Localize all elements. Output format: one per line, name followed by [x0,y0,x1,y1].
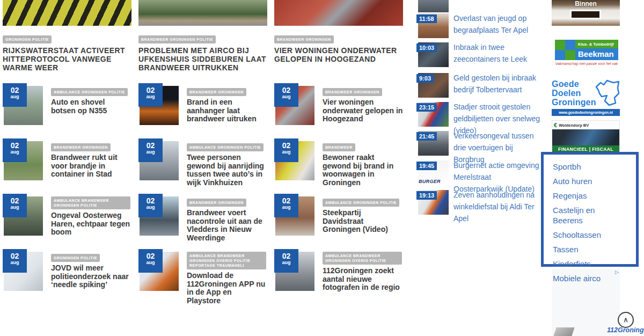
date-badge: 02 aug [3,249,27,273]
article-title[interactable]: Auto en shovel botsen op N355 [51,98,131,115]
timeline-item[interactable]: voor filevorming [418,0,540,12]
date-day: 02 [3,197,27,204]
article-card[interactable]: 02 aug AMBULANCE GRONINGEN POLITIE Steek… [274,195,403,237]
article-card[interactable]: 02 aug BRANDWEER GRONINGEN Brandweer voe… [138,195,267,237]
article-thumbnail[interactable]: 19:13 [418,190,449,215]
promo-link[interactable]: Sportbh [553,162,616,172]
date-badge: 02 aug [274,138,298,162]
article-title[interactable]: Vier woningen onderwater gelopen in Hoog… [274,46,403,63]
article-title[interactable]: Geld gestolen bij inbraak bedrijf Tolber… [453,72,540,98]
article-title[interactable]: Overlast van jeugd op begraafplaats Ter … [453,12,540,38]
date-badge: 02 aug [138,194,163,217]
category-tag: AMBULANCE GRONINGEN POLITIE [51,88,128,96]
date-month: aug [3,260,27,266]
article-card[interactable]: 02 aug BRANDWEER GRONINGEN Brandweer ruk… [3,140,131,182]
featured-article[interactable]: BRANDWEER GRONINGEN Vier woningen onderw… [274,0,403,72]
article-card[interactable]: 02 aug AMBULANCE GRONINGEN POLITIE Twee … [138,140,267,182]
article-title[interactable]: Ongeval Oosterweg Haren, echtpaar tegen … [51,211,131,237]
article-card[interactable]: 02 aug AMBULANCE BRANDWEER GRONINGEN OVE… [138,251,267,293]
time-badge: 23:15 [416,103,437,112]
date-month: aug [138,149,163,155]
scroll-to-top-button[interactable]: ∧ [618,312,634,328]
promo-link[interactable]: Mobiele airco [553,273,616,283]
promo-link[interactable]: Kinderfiets [553,259,616,269]
article-thumbnail[interactable]: 10:03 [418,42,449,67]
promo-link[interactable]: Regenjas [553,191,616,201]
date-day: 02 [274,86,298,94]
article-title[interactable]: Bewoner raakt gewond bij brand in woonwa… [323,154,403,187]
article-title[interactable]: Brandweer rukt uit voor brandje in conta… [51,154,131,179]
woldendorp-name: Woldendorp BV [559,123,589,128]
featured-article[interactable]: GRONINGEN POLITIE Rijkswaterstaat active… [3,0,131,72]
beekman-tagline: Klus- & Tuinbedrijf [575,40,618,48]
timeline-item[interactable]: 10:03 Inbraak in twee zeecontainers te L… [418,42,540,67]
category-tag: BRANDWEER GRONINGEN [187,199,246,207]
article-title[interactable]: Brandweer voert nacontrole uit aan de Vl… [187,209,267,242]
date-day: 02 [274,252,298,260]
date-day: 02 [3,252,27,260]
euro-icon: € [554,122,557,128]
article-card[interactable]: 02 aug AMBULANCE BRANDWEER GRONINGEN POL… [3,195,131,237]
ad-banner-binnen[interactable]: Binnen [552,0,620,26]
site-logo-text: 112Groningen [607,326,644,334]
article-title[interactable]: Steekpartij Davidstraat Groningen (Video… [323,209,403,234]
category-tag: AMBULANCE GRONINGEN POLITIE [187,143,264,151]
promo-link[interactable]: Castelijn en Beerens [553,205,616,225]
article-image[interactable] [274,0,403,26]
promo-link[interactable]: Schooltassen [553,230,616,240]
article-image[interactable] [138,0,267,26]
article-card[interactable]: 02 aug BRANDWEER Bewoner raakt gewond bi… [274,140,403,182]
ad-banner-beekman[interactable]: Klus- & Tuinbedrijf Beekman Vakmanschap … [555,40,618,65]
article-title[interactable]: Download de 112Groningen APP nu in de Ap… [187,272,267,305]
time-badge: 19:45 [416,162,437,170]
date-month: aug [274,149,298,155]
promo-link[interactable]: Auto huren [553,176,616,186]
latest-news-timeline: voor filevorming 11:58 Overlast van jeug… [418,0,543,225]
article-title[interactable]: 112Groningen zoekt aantal nieuwe fotogra… [323,267,403,292]
date-month: aug [138,204,163,210]
date-badge: 02 aug [138,138,163,162]
timeline-item[interactable]: 9:03 Geld gestolen bij inbraak bedrijf T… [418,73,540,98]
article-title[interactable]: Inbraak in twee zeecontainers te Leek [453,41,540,67]
promo-link[interactable]: Tassen [553,244,616,254]
article-title[interactable]: Brand in een aanhanger laat brandweer ui… [187,98,267,123]
article-title[interactable]: JOVD wil meer politieonderzoek naar ‘nee… [51,264,131,289]
date-month: aug [138,260,163,266]
article-thumbnail[interactable] [418,0,449,12]
article-thumbnail[interactable]: 23:15 [418,102,449,127]
article-thumbnail[interactable]: 21:45 [418,131,449,156]
article-title[interactable]: Vier woningen onderwater gelopen in Hoog… [323,98,403,123]
time-badge: 11:58 [416,14,437,23]
date-badge: 02 aug [274,249,298,273]
article-card[interactable]: 02 aug BRANDWEER GRONINGEN Vier woningen… [274,85,403,127]
article-title[interactable]: Rijkswaterstaat activeert hitteprotocol … [3,46,131,72]
article-card[interactable]: 02 aug BRANDWEER GRONINGEN Brand in een … [138,85,267,127]
article-card[interactable]: 02 aug AMBULANCE GRONINGEN POLITIE Auto … [3,85,131,127]
timeline-item[interactable]: 19:13 Zeven aanhoudingen na winkeldiefst… [418,190,540,224]
article-title[interactable]: voor filevorming [453,0,540,12]
category-tag: BRANDWEER GRONINGEN [187,88,246,96]
article-title[interactable]: Problemen met airco bij Ufkenshuis Sidde… [138,46,267,72]
article-thumbnail[interactable]: 9:03 [418,73,449,98]
article-card[interactable]: 02 aug AMBULANCE BRANDWEER GRONINGEN OVE… [274,251,403,293]
article-image[interactable] [3,0,131,26]
article-title[interactable]: Zeven aanhoudingen na winkeldiefstal bij… [453,189,540,224]
date-badge: 02 aug [274,194,298,217]
groningen-outline-icon [595,79,620,106]
time-badge: 10:03 [416,43,437,52]
category-tag: AMBULANCE BRANDWEER GRONINGEN OVERIG POL… [187,252,266,269]
featured-article[interactable]: BRANDWEER GRONINGEN POLITIE Problemen me… [138,0,267,72]
article-thumbnail[interactable]: 19:45 BURGER [418,160,449,185]
ad-banner-woldendorp[interactable]: € Woldendorp BV FINANCIEEL | FISCAAL [552,120,620,155]
date-badge: 02 aug [3,83,27,107]
article-title[interactable]: Twee personen gewond bij aanrijding tuss… [187,154,267,187]
article-thumbnail[interactable]: 11:58 [418,13,449,38]
timeline-item[interactable]: 11:58 Overlast van jeugd op begraafplaat… [418,13,540,38]
category-tag: BRANDWEER GRONINGEN [274,35,334,43]
time-badge: 9:03 [416,74,434,83]
date-month: aug [274,260,298,266]
ad-banner-goede-doelen[interactable]: Goede Doelen Groningen www.goededoelengr… [552,79,620,116]
beekman-logo-icon [555,40,575,60]
beekman-name: Beekman [575,48,618,60]
article-card[interactable]: 02 aug GRONINGEN POLITIE JOVD wil meer p… [3,251,131,293]
